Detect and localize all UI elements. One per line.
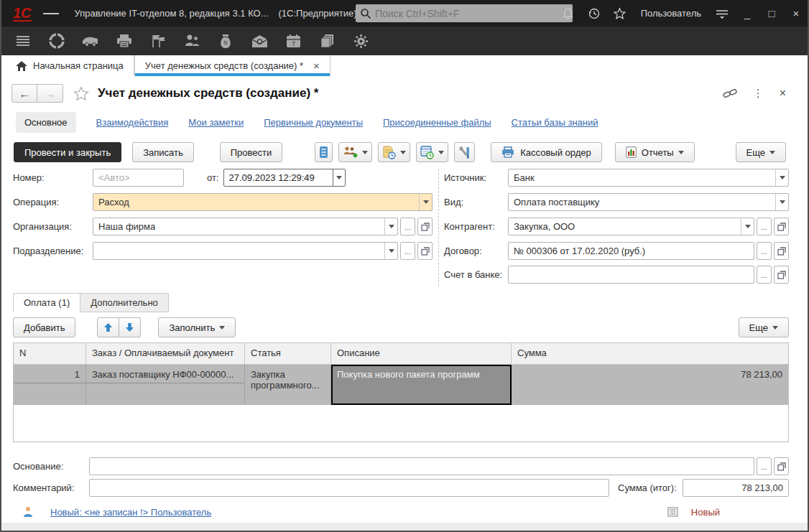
col-header-description[interactable]: Описание	[331, 343, 512, 364]
col-header-sum[interactable]: Сумма	[512, 343, 788, 364]
contract-field[interactable]: № 000306 от 17.02.2020 (руб.)	[508, 242, 754, 260]
minimize-button[interactable]: _	[740, 7, 754, 19]
write-button[interactable]: Записать	[132, 142, 194, 162]
flags-icon[interactable]	[149, 32, 167, 50]
get-link-icon[interactable]	[723, 87, 737, 100]
service-settings-icon[interactable]	[714, 6, 730, 22]
nav-main[interactable]: Основное	[16, 112, 76, 133]
history-icon[interactable]	[586, 6, 602, 22]
reports-button[interactable]: Отчеты	[615, 142, 695, 162]
cell-n[interactable]: 1	[14, 369, 85, 383]
tab-cash-accounting[interactable]: Учет денежных средств (создание) * ×	[134, 55, 330, 76]
cell-order[interactable]: Заказ поставщику НФ00-00000...	[86, 369, 244, 383]
tab-additional[interactable]: Дополнительно	[80, 293, 169, 312]
nav-my-notes[interactable]: Мои заметки	[188, 117, 244, 128]
number-field[interactable]	[93, 169, 184, 187]
calendar-icon[interactable]	[333, 169, 344, 186]
department-choose-button[interactable]: ...	[400, 242, 415, 260]
col-header-order[interactable]: Заказ / Оплачиваемый документ	[86, 343, 245, 364]
chevron-down-icon[interactable]	[775, 169, 788, 186]
lifebuoy-icon[interactable]	[48, 32, 65, 50]
cash-order-button[interactable]: Кассовый ордер	[491, 142, 602, 162]
post-button[interactable]: Провести	[220, 142, 283, 162]
counterparty-open-icon[interactable]	[774, 218, 789, 235]
truck-icon[interactable]	[82, 32, 99, 50]
cell-item[interactable]: Закупка программного...	[245, 365, 331, 405]
nav-interactions[interactable]: Взаимодействия	[96, 117, 169, 128]
add-users-button[interactable]	[338, 142, 372, 162]
col-header-n[interactable]: N	[14, 343, 86, 364]
counterparty-field[interactable]: Закупка, ООО	[508, 218, 754, 235]
chevron-down-icon[interactable]	[384, 218, 397, 235]
comment-field[interactable]	[89, 479, 609, 497]
notifications-bell-icon[interactable]	[560, 6, 576, 22]
nav-primary-documents[interactable]: Первичные документы	[264, 117, 363, 128]
post-and-close-button[interactable]: Провести и закрыть	[14, 142, 121, 162]
gear-icon[interactable]	[352, 32, 369, 50]
chevron-down-icon[interactable]	[419, 194, 432, 210]
nav-attached-files[interactable]: Присоединенные файлы	[383, 117, 491, 128]
chevron-down-icon[interactable]	[775, 194, 788, 210]
main-menu-icon[interactable]	[43, 6, 59, 22]
favorite-star-icon[interactable]	[73, 86, 89, 101]
basis-field[interactable]	[89, 457, 754, 475]
lines-menu-icon[interactable]	[14, 32, 32, 50]
number-input[interactable]	[93, 172, 183, 183]
create-task-button[interactable]	[378, 142, 410, 162]
printer-icon[interactable]	[116, 32, 133, 50]
organization-field[interactable]: Наша фирма	[93, 218, 398, 235]
chevron-down-icon[interactable]	[384, 243, 397, 259]
tab-home[interactable]: Начальная страница	[6, 55, 134, 76]
favorites-star-icon[interactable]	[612, 6, 628, 22]
maximize-button[interactable]: □	[764, 7, 779, 19]
calendar-7-icon[interactable]: 7	[285, 32, 302, 50]
paper-stack-icon[interactable]	[318, 32, 336, 50]
forward-button[interactable]: →	[37, 84, 63, 103]
change-form-settings-button[interactable]	[454, 142, 475, 162]
basis-input[interactable]	[90, 461, 754, 472]
bank-account-open-icon[interactable]	[774, 266, 789, 284]
record-state-link[interactable]: Новый: <не записан !> Пользователь	[50, 507, 211, 518]
nav-knowledge-base[interactable]: Статьи базы знаний	[512, 117, 598, 128]
chevron-down-icon[interactable]	[741, 218, 754, 235]
counterparty-choose-button[interactable]: ...	[757, 218, 772, 235]
subordination-structure-button[interactable]	[315, 142, 333, 162]
search-input[interactable]	[375, 8, 568, 19]
form-close-icon[interactable]: ×	[780, 87, 786, 100]
create-event-button[interactable]	[416, 142, 448, 162]
basis-choose-button[interactable]: ...	[757, 457, 772, 475]
move-down-button[interactable]	[119, 317, 141, 337]
basis-open-icon[interactable]	[774, 457, 789, 475]
money-bag-icon[interactable]: S	[217, 32, 234, 50]
add-row-button[interactable]: Добавить	[13, 317, 75, 337]
global-search[interactable]	[356, 4, 573, 22]
cell-sum[interactable]: 78 213,00	[512, 365, 788, 405]
close-window-button[interactable]: ×	[789, 7, 803, 19]
operation-field[interactable]: Расход	[93, 193, 433, 211]
back-button[interactable]: ←	[11, 84, 37, 103]
more-button[interactable]: Еще	[736, 142, 786, 162]
bank-account-choose-button[interactable]: ...	[757, 266, 772, 284]
bank-account-field[interactable]	[508, 266, 754, 284]
current-user-label[interactable]: Пользователь	[641, 8, 701, 19]
contract-open-icon[interactable]	[774, 242, 789, 260]
envelope-icon[interactable]	[251, 32, 268, 50]
fill-button[interactable]: Заполнить	[158, 317, 236, 337]
date-input[interactable]	[224, 172, 333, 183]
organization-choose-button[interactable]: ...	[400, 218, 415, 235]
department-open-icon[interactable]	[417, 242, 433, 260]
contract-choose-button[interactable]: ...	[757, 242, 772, 260]
more-actions-kebab-icon[interactable]: ⋮	[753, 87, 764, 100]
col-header-item[interactable]: Статья	[245, 343, 331, 364]
department-field[interactable]	[93, 242, 398, 260]
table-row[interactable]: 1 Заказ поставщику НФ00-00000... Закупка…	[14, 365, 788, 405]
tab-payment[interactable]: Оплата (1)	[13, 293, 80, 312]
table-more-button[interactable]: Еще	[739, 317, 789, 337]
cell-description-focused[interactable]: Покупка нового пакета программ	[331, 365, 512, 405]
people-icon[interactable]	[183, 32, 200, 50]
date-field[interactable]	[223, 169, 346, 187]
source-field[interactable]: Банк	[508, 169, 789, 187]
kind-field[interactable]: Оплата поставщику	[508, 193, 789, 211]
organization-open-icon[interactable]	[417, 218, 433, 235]
comment-input[interactable]	[90, 482, 609, 493]
